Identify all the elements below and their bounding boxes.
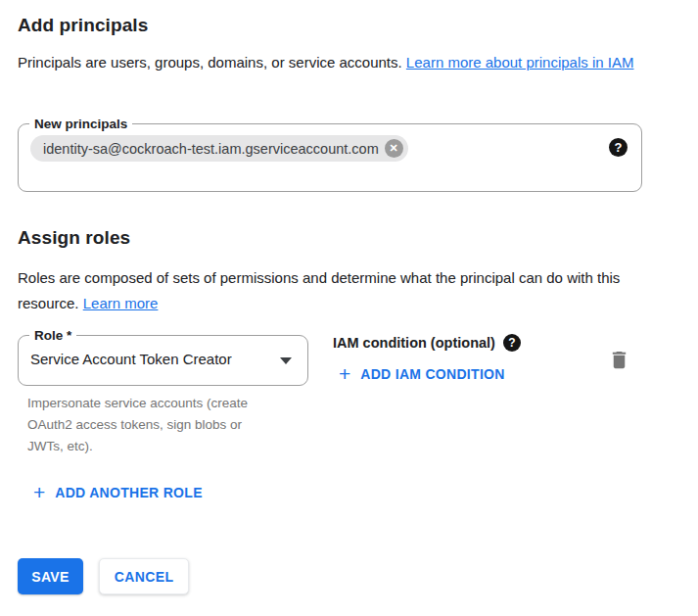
cancel-button[interactable]: CANCEL [99, 558, 189, 594]
principals-description-text: Principals are users, groups, domains, o… [18, 54, 402, 71]
add-principals-panel: Add principals Principals are users, gro… [0, 0, 698, 616]
iam-condition-section: IAM condition (optional) ? [333, 334, 521, 352]
add-principals-title: Add principals [18, 15, 148, 36]
role-label: Role * [29, 326, 76, 346]
roles-description: Roles are composed of sets of permission… [18, 265, 627, 316]
add-another-role-label: ADD ANOTHER ROLE [55, 485, 203, 500]
add-iam-condition-button[interactable]: + ADD IAM CONDITION [339, 362, 505, 386]
principal-chip: identity-sa@cockroach-test.iam.gservicea… [30, 135, 408, 162]
plus-icon: + [339, 363, 350, 384]
chip-remove-button[interactable]: ✕ [385, 139, 403, 158]
role-selected-value: Service Account Token Creator [30, 351, 232, 367]
help-icon-glyph: ? [615, 141, 623, 154]
learn-more-roles-link[interactable]: Learn more [83, 295, 159, 311]
new-principals-label: New principals [29, 115, 132, 134]
plus-icon: + [33, 482, 45, 502]
save-button[interactable]: SAVE [18, 558, 83, 594]
new-principals-field[interactable]: New principals identity-sa@cockroach-tes… [18, 123, 642, 192]
delete-role-button[interactable] [605, 346, 632, 373]
help-icon[interactable]: ? [609, 138, 628, 157]
iam-condition-help-icon[interactable]: ? [503, 334, 521, 352]
role-select[interactable]: Role * Service Account Token Creator [18, 335, 308, 386]
principal-chip-value: identity-sa@cockroach-test.iam.gservicea… [43, 141, 379, 157]
principals-description: Principals are users, groups, domains, o… [18, 50, 656, 75]
assign-roles-title: Assign roles [18, 227, 130, 249]
add-another-role-button[interactable]: + ADD ANOTHER ROLE [33, 481, 203, 504]
add-iam-condition-label: ADD IAM CONDITION [360, 366, 504, 382]
iam-condition-label: IAM condition (optional) [333, 335, 495, 351]
dropdown-arrow-icon [280, 357, 292, 364]
delete-icon [608, 349, 630, 371]
learn-more-principals-link[interactable]: Learn more about principals in IAM [406, 54, 634, 71]
close-icon: ✕ [390, 143, 398, 154]
help-icon-glyph: ? [508, 337, 515, 349]
role-helper-text: Impersonate service accounts (create OAu… [27, 393, 272, 457]
